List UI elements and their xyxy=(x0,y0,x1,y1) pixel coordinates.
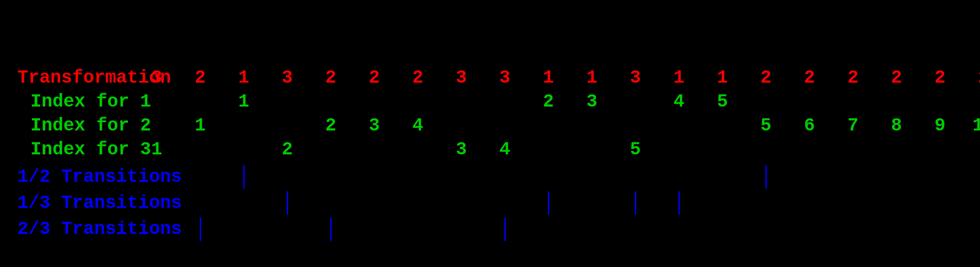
transformation-cell-11: 3 xyxy=(614,67,657,88)
idx3-cell-2 xyxy=(222,139,265,160)
idx2-cell-16: 7 xyxy=(831,115,875,136)
tr12-cells-bar-2 xyxy=(243,165,245,189)
tr23-cells-cell-11 xyxy=(614,217,657,241)
index-for-1-cells: 12345 xyxy=(135,91,980,112)
tr12-cells-cell-15 xyxy=(788,165,831,189)
tr13-cells-cell-8 xyxy=(483,191,527,215)
index-for-1-label: Index for 1 xyxy=(0,91,135,112)
idx3-cell-8: 4 xyxy=(483,139,527,160)
idx3-cell-1 xyxy=(178,139,222,160)
tr23-cells-cell-17 xyxy=(875,217,918,241)
tr12-cells-cell-1 xyxy=(178,165,222,189)
idx2-cell-9 xyxy=(527,115,570,136)
tr13-cells-cell-11 xyxy=(614,191,657,215)
tr12-cells-cell-0 xyxy=(135,165,178,189)
tr23-cells-cell-5 xyxy=(352,217,396,241)
tr23-cells-cell-3 xyxy=(265,217,309,241)
tr13-cells-cell-3 xyxy=(265,191,309,215)
idx2-cell-0 xyxy=(135,115,178,136)
transitions-12-row: 1/2 Transitions xyxy=(0,165,980,189)
transitions-13-row: 1/3 Transitions xyxy=(0,191,980,215)
transitions-13-label: 1/3 Transitions xyxy=(0,193,135,214)
tr13-cells-cell-4 xyxy=(309,191,352,215)
tr13-cells-cell-2 xyxy=(222,191,265,215)
main-container: Transformation 32132223311311222222 Inde… xyxy=(0,0,980,267)
transitions-23-cells xyxy=(135,217,980,241)
tr13-cells-cell-12 xyxy=(657,191,701,215)
idx3-cell-3: 2 xyxy=(265,139,309,160)
index-for-1-row: Index for 1 12345 xyxy=(0,91,980,112)
tr13-cells-cell-0 xyxy=(135,191,178,215)
transformation-cell-8: 3 xyxy=(483,67,527,88)
idx2-cell-15: 6 xyxy=(788,115,831,136)
index-for-3-label: Index for 3 xyxy=(0,139,135,160)
idx2-cell-2 xyxy=(222,115,265,136)
tr12-cells-cell-11 xyxy=(614,165,657,189)
tr12-cells-cell-17 xyxy=(875,165,918,189)
idx2-cell-8 xyxy=(483,115,527,136)
tr12-cells-cell-7 xyxy=(440,165,483,189)
index-for-3-row: Index for 3 12345 xyxy=(0,139,980,160)
index-for-2-row: Index for 2 12345678910 xyxy=(0,115,980,136)
tr13-cells-cell-13 xyxy=(701,191,744,215)
transitions-13-cells xyxy=(135,191,980,215)
tr13-cells-cell-14 xyxy=(744,191,788,215)
transformation-cell-3: 3 xyxy=(265,67,309,88)
tr13-cells-cell-6 xyxy=(396,191,440,215)
tr13-cells-bar-3 xyxy=(287,191,288,215)
tr23-cells-cell-19 xyxy=(962,217,980,241)
idx1-cell-2: 1 xyxy=(222,91,265,112)
tr13-cells-bar-12 xyxy=(678,191,680,215)
idx3-cell-5 xyxy=(352,139,396,160)
transformation-cells: 32132223311311222222 xyxy=(135,67,980,88)
transformation-cell-7: 3 xyxy=(440,67,483,88)
idx3-cell-7: 3 xyxy=(440,139,483,160)
tr13-cells-cell-15 xyxy=(788,191,831,215)
idx3-cell-10 xyxy=(570,139,614,160)
tr23-cells-cell-9 xyxy=(527,217,570,241)
tr13-cells-cell-9 xyxy=(527,191,570,215)
idx1-cell-19 xyxy=(962,91,980,112)
idx1-cell-8 xyxy=(483,91,527,112)
idx2-cell-7 xyxy=(440,115,483,136)
tr23-cells-cell-15 xyxy=(788,217,831,241)
tr12-cells-cell-12 xyxy=(657,165,701,189)
idx1-cell-15 xyxy=(788,91,831,112)
idx3-cell-0: 1 xyxy=(135,139,178,160)
tr23-cells-bar-4 xyxy=(330,217,332,241)
tr12-cells-bar-14 xyxy=(765,165,767,189)
transformation-cell-14: 2 xyxy=(744,67,788,88)
idx1-cell-16 xyxy=(831,91,875,112)
idx3-cell-16 xyxy=(831,139,875,160)
tr12-cells-cell-9 xyxy=(527,165,570,189)
idx3-cell-4 xyxy=(309,139,352,160)
idx3-cell-9 xyxy=(527,139,570,160)
transitions-12-label: 1/2 Transitions xyxy=(0,167,135,187)
idx1-cell-17 xyxy=(875,91,918,112)
idx2-cell-4: 2 xyxy=(309,115,352,136)
transformation-cell-13: 1 xyxy=(701,67,744,88)
tr12-cells-cell-8 xyxy=(483,165,527,189)
idx3-cell-17 xyxy=(875,139,918,160)
idx3-cell-14 xyxy=(744,139,788,160)
tr23-cells-cell-14 xyxy=(744,217,788,241)
tr23-cells-cell-1 xyxy=(178,217,222,241)
idx2-cell-1: 1 xyxy=(178,115,222,136)
tr13-cells-cell-18 xyxy=(918,191,962,215)
tr12-cells-cell-5 xyxy=(352,165,396,189)
tr23-cells-cell-6 xyxy=(396,217,440,241)
tr23-cells-cell-0 xyxy=(135,217,178,241)
tr13-cells-cell-1 xyxy=(178,191,222,215)
tr13-cells-cell-7 xyxy=(440,191,483,215)
tr23-cells-cell-7 xyxy=(440,217,483,241)
idx1-cell-10: 3 xyxy=(570,91,614,112)
tr13-cells-cell-5 xyxy=(352,191,396,215)
idx1-cell-5 xyxy=(352,91,396,112)
tr12-cells-cell-2 xyxy=(222,165,265,189)
index-for-2-label: Index for 2 xyxy=(0,115,135,136)
transformation-cell-4: 2 xyxy=(309,67,352,88)
transformation-cell-15: 2 xyxy=(788,67,831,88)
index-for-3-cells: 12345 xyxy=(135,139,980,160)
idx2-cell-6: 4 xyxy=(396,115,440,136)
idx3-cell-12 xyxy=(657,139,701,160)
